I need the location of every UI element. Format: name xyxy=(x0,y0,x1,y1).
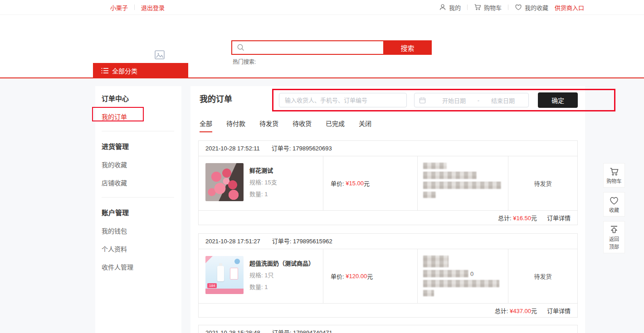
back-to-top-button[interactable]: 返回 顶部 xyxy=(603,221,625,253)
start-date-placeholder: 开始日期 xyxy=(433,96,475,105)
sidebar-item-profile[interactable]: 个人资料 xyxy=(102,244,181,253)
person-icon xyxy=(439,4,446,11)
username-link[interactable]: 小栗子 xyxy=(110,3,128,12)
order-number-value: 179895615962 xyxy=(293,238,332,245)
search-icon xyxy=(237,43,245,52)
order-status-tabs: 全部 待付款 待发货 待收货 已完成 关闭 xyxy=(200,119,371,132)
logout-link[interactable]: 退出登录 xyxy=(141,3,165,12)
order-datetime: 2021-10-28 17:51:27 xyxy=(205,234,260,249)
tab-all[interactable]: 全部 xyxy=(200,119,212,132)
unit-price-value: ¥120.00 xyxy=(346,273,367,280)
page: 小栗子 退出登录 我的 购物车 我 xyxy=(0,0,644,333)
topbar: 小栗子 退出登录 我的 购物车 我 xyxy=(0,0,644,15)
order-number-value: 179894740471 xyxy=(293,329,332,333)
order-card: 2021-10-28 17:52:11 订单号: 179895620693 鲜花… xyxy=(198,140,578,225)
sidebar-section-purchase-mgmt: 进货管理 xyxy=(102,141,181,151)
order-total: 总计: ¥437.00元 xyxy=(495,306,537,315)
sidebar-item-recipient-mgmt[interactable]: 收件人管理 xyxy=(102,262,181,271)
order-footer: 总计: ¥16.50元 订单详情 xyxy=(199,210,577,225)
order-card: 2021-10-28 17:51:27 订单号: 179895615962 18… xyxy=(198,233,578,318)
date-range-picker[interactable]: 开始日期 - 结束日期 xyxy=(414,93,529,107)
order-number-value: 179895620693 xyxy=(293,145,332,152)
logo-image-placeholder-icon xyxy=(154,49,165,60)
total-value: ¥437.00 xyxy=(510,308,531,314)
list-icon xyxy=(101,68,108,74)
divider xyxy=(102,197,174,198)
product-spec: 规格: 15支 xyxy=(249,178,277,186)
order-number-label: 订单号: xyxy=(272,145,291,152)
product-qty: 数量: 1 xyxy=(249,282,314,291)
total-label: 总计: xyxy=(495,308,508,314)
order-number: 订单号: 179895615962 xyxy=(272,234,332,249)
end-date-placeholder: 结束日期 xyxy=(482,96,524,105)
product-name[interactable]: 超值洗面奶（测试商品） xyxy=(249,259,314,267)
product-image-flowers[interactable] xyxy=(205,163,244,201)
product-image-cleanser[interactable]: 184 xyxy=(205,256,244,294)
redacted-text-block xyxy=(423,172,477,179)
unit-price-value: ¥15.00 xyxy=(346,180,364,187)
recipient-cell: 0 xyxy=(418,249,508,303)
sidebar-item-shop-favorites[interactable]: 店铺收藏 xyxy=(102,178,181,187)
total-value: ¥16.50 xyxy=(513,215,531,222)
date-separator: - xyxy=(475,97,482,104)
tab-completed[interactable]: 已完成 xyxy=(326,119,345,132)
product-spec: 规格: 1只 xyxy=(249,270,314,279)
image-price-badge: 184 xyxy=(207,283,217,288)
product-cell: 184 超值洗面奶（测试商品） 规格: 1只 数量: 1 xyxy=(199,249,323,303)
divider xyxy=(508,5,508,10)
topbar-left: 小栗子 退出登录 xyxy=(110,3,165,12)
recipient-cell xyxy=(418,156,508,210)
product-info: 鲜花测试 规格: 15支 数量: 1 xyxy=(249,163,277,203)
tab-closed[interactable]: 关闭 xyxy=(359,119,371,132)
bottle-graphic xyxy=(217,266,224,281)
cart-link[interactable]: 购物车 xyxy=(474,3,502,12)
redacted-text-block xyxy=(423,163,447,169)
promo-banner xyxy=(205,289,244,294)
yuan-suffix: 元 xyxy=(531,215,537,222)
tab-pending-shipment[interactable]: 待发货 xyxy=(259,119,278,132)
order-status: 待发货 xyxy=(508,249,577,303)
order-card: 2021-10-28 15:28:48 订单号: 179894740471 xyxy=(198,325,578,333)
tab-pending-receipt[interactable]: 待收货 xyxy=(293,119,312,132)
product-name[interactable]: 鲜花测试 xyxy=(249,166,277,174)
sidebar-item-my-favorites[interactable]: 我的收藏 xyxy=(102,160,181,169)
float-cart-label: 购物车 xyxy=(607,178,622,184)
sidebar-item-my-orders[interactable]: 我的订单 xyxy=(102,112,181,121)
hot-search-label: 热门搜索: xyxy=(233,58,256,65)
search-button[interactable]: 搜索 xyxy=(383,40,432,55)
redacted-text-block xyxy=(423,192,436,198)
order-datetime: 2021-10-28 17:52:11 xyxy=(205,141,260,156)
order-status: 待发货 xyxy=(508,156,577,210)
redacted-text-block xyxy=(423,270,468,277)
order-keyword-input[interactable] xyxy=(279,93,407,107)
sidebar-section-order-center: 订单中心 xyxy=(102,93,181,103)
order-body: 鲜花测试 规格: 15支 数量: 1 单价: ¥15.00元 待发货 xyxy=(199,156,577,210)
product-cell: 鲜花测试 规格: 15支 数量: 1 xyxy=(199,156,323,210)
topbar-right: 我的 购物车 我的收藏 供货商入口 xyxy=(439,3,584,12)
float-favorite-button[interactable]: 收藏 xyxy=(603,192,625,217)
address-visible-fragment: 0 xyxy=(470,270,473,277)
divider xyxy=(467,5,468,10)
page-title: 我的订单 xyxy=(200,92,232,104)
float-cart-button[interactable]: 购物车 xyxy=(603,163,625,188)
supplier-entry-link[interactable]: 供货商入口 xyxy=(555,3,584,12)
order-detail-link[interactable]: 订单详情 xyxy=(547,306,571,315)
cart-label: 购物车 xyxy=(484,3,502,12)
card-graphic xyxy=(230,268,238,280)
sidebar: 订单中心 我的订单 进货管理 我的收藏 店铺收藏 账户管理 我的钱包 个人资料 … xyxy=(95,86,181,333)
divider xyxy=(102,131,174,131)
sidebar-item-my-wallet[interactable]: 我的钱包 xyxy=(102,226,181,235)
my-account-link[interactable]: 我的 xyxy=(439,3,461,12)
tab-pending-payment[interactable]: 待付款 xyxy=(226,119,245,132)
search-input[interactable] xyxy=(231,40,383,55)
confirm-button[interactable]: 确定 xyxy=(538,92,578,108)
my-account-label: 我的 xyxy=(449,3,461,12)
sidebar-section-account-mgmt: 账户管理 xyxy=(102,208,181,217)
float-favorite-label: 收藏 xyxy=(609,207,619,213)
order-detail-link[interactable]: 订单详情 xyxy=(547,213,571,222)
all-categories-button[interactable]: 全部分类 xyxy=(93,63,188,78)
order-number-label: 订单号: xyxy=(272,329,292,333)
favorites-link[interactable]: 我的收藏 xyxy=(515,3,548,12)
yuan-suffix: 元 xyxy=(531,308,537,314)
order-total: 总计: ¥16.50元 xyxy=(498,213,537,222)
